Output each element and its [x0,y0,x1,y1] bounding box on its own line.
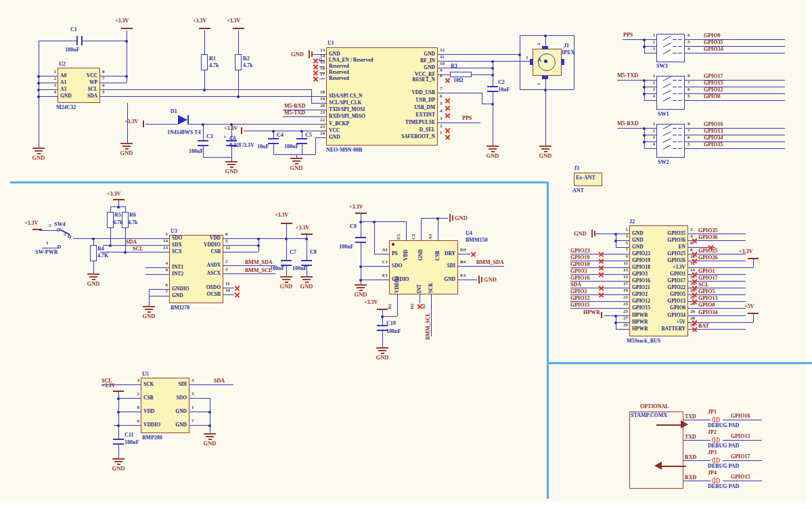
wire [118,444,119,458]
value-label: 4.7k [243,63,252,68]
pin-number: D2 [410,297,417,309]
no-connect-x [708,244,714,250]
wire [39,41,39,148]
pin-name: V_BCKP [329,121,349,127]
wire [438,54,520,55]
switch-dash-icon [678,141,682,142]
switch-dash-icon [678,100,682,101]
junction-dot [202,123,204,126]
pin-number: 3 [43,83,56,88]
pin-number: 2 [644,129,655,133]
wire [39,230,58,231]
pin-name: TXD/SPI_MOSI [329,107,365,112]
pin-name: RXD/SPI_MISO [329,114,365,119]
value-label: R1 [209,56,216,62]
value-label: R6 [129,213,136,218]
junction-dot [436,217,439,220]
junction-dot [285,238,288,240]
pin-name: VCC [58,73,97,79]
wire [118,425,119,439]
pin-name: LNA_EN / Reserved [329,58,373,63]
pin-name: ASCX [181,271,221,276]
gnd-label: GND [277,284,296,290]
jumper-refdes: JP1 [708,410,717,415]
value-label: 10Ω [453,78,463,83]
net-label: GPIO35 [698,228,717,234]
pin-name: GPIO13 [645,298,685,304]
no-connect-x [445,134,451,140]
jumper-refdes: JP4 [708,470,717,476]
switch-dash-icon [673,128,677,129]
pin-number: 11 [225,282,230,286]
power-flag-+3.3V: +3.3V [364,300,378,305]
pin-number: 3 [644,135,655,140]
pin-number: 7 [102,76,105,81]
pin-number: 6 [687,135,690,140]
pin-number: 4 [43,90,56,95]
gnd-label: GND [351,292,370,298]
arrow-left-icon [654,462,662,470]
pin-name: SCL [58,87,97,92]
power-flag-+3.3V: +3.3V [193,18,206,24]
junction-dot [117,397,120,400]
debug-pad-icon [717,417,720,422]
power-flag-HPWR: HPWR [583,310,600,315]
pin-number: 12 [440,48,445,53]
net-label: SCL [698,282,709,288]
junction-dot [124,251,127,254]
no-connect-x [598,292,604,298]
gnd-symbol [290,158,302,159]
pin-number: 3 [618,234,628,239]
debug-pad-icon [717,437,720,443]
junction-dot [518,53,521,56]
pin-number: 29 [618,323,628,328]
net-label: GPIO17 [704,74,723,79]
pin-number: 5 [102,90,105,95]
pin-name: Reserved [329,76,349,81]
gnd-symbol [145,309,153,310]
capacitor-plate [198,140,208,141]
gnd-label: GND [84,281,103,287]
gnd-symbol [87,273,99,275]
wire [688,308,746,309]
junction-dot [117,424,120,427]
pin-name: GPIO5 [645,292,685,297]
junction-dot [643,93,646,95]
net-label: TXD [685,414,696,420]
pin-number: A1 [374,248,388,252]
pin-number: 9 [440,68,443,73]
power-flag-bar [281,223,292,224]
power-flag-bar [143,120,144,127]
connector-pad [530,59,533,65]
wire [685,135,785,135]
junction-dot [643,39,646,41]
gnd-bar-symbol [594,231,595,236]
pin-number: 13 [618,268,628,273]
net-label: GPIO5 [698,289,715,294]
wire [319,79,325,79]
wire [520,35,574,36]
net-label: M5-RXD [284,104,306,109]
switch-refdes: SW4 [54,222,65,227]
pin-number: 3 [440,116,443,121]
optional-title: OPTIONAL [640,404,669,410]
gnd-symbol [32,148,45,149]
pin-number: 5 [440,102,443,106]
wire [361,221,361,237]
no-connect-x [313,64,319,70]
pin-name: +5V [645,319,685,325]
net-label: GPIO26 [698,255,717,261]
pin-name: Reserved [329,64,349,69]
capacitor-plate [355,237,366,238]
pin-number: 5 [687,142,690,147]
pin-name: OCSB [181,292,221,297]
net-label: GPIO16 [704,122,723,127]
pin-name: USB_DP [396,97,435,103]
wire [617,128,644,129]
connector-partname: IPEX [562,50,574,56]
capacitor-plate [76,36,78,45]
gnd-label: GND [117,150,136,156]
value-label: 100nF [284,144,298,150]
junction-dot [614,322,617,324]
wire [273,143,274,154]
